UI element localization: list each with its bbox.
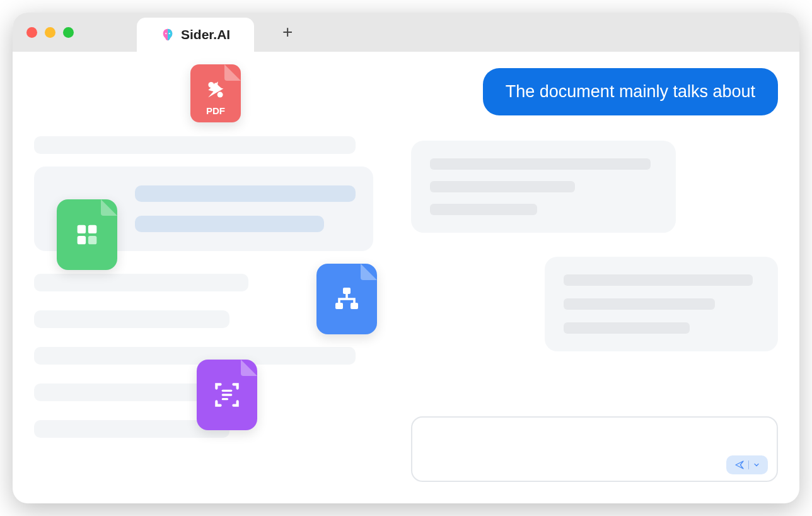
tab-title: Sider.AI [181,27,230,42]
skeleton-line [34,136,356,154]
svg-rect-5 [78,225,86,233]
user-message-bubble: The document mainly talks about [483,68,778,115]
svg-point-3 [218,92,223,98]
skeleton-line [135,185,356,202]
svg-rect-7 [78,236,86,244]
chat-input[interactable] [411,416,778,482]
svg-point-2 [208,82,214,88]
svg-rect-10 [335,303,343,309]
svg-rect-9 [343,288,351,294]
chat-pane: The document mainly talks about [411,68,778,482]
skeleton-line [430,158,651,170]
svg-rect-13 [222,394,233,396]
send-button[interactable] [726,455,768,474]
svg-rect-8 [88,236,96,244]
sider-logo-icon [161,28,175,42]
chevron-down-icon [753,461,760,469]
svg-rect-6 [88,225,96,233]
skeleton-line [34,310,229,328]
grid-file-icon [57,199,117,270]
tab-sider-ai[interactable]: Sider.AI [137,18,254,52]
pdf-file-icon: PDF [190,64,241,122]
skeleton-line [34,274,248,291]
scan-file-icon [197,360,257,430]
tab-strip: Sider.AI + [137,13,296,52]
org-chart-file-icon [316,264,377,334]
skeleton-line [564,298,715,310]
skeleton-line [430,181,575,192]
minimize-window-button[interactable] [45,27,55,38]
skeleton-line [430,204,537,215]
maximize-window-button[interactable] [63,27,74,38]
ai-response-bubble [545,257,778,351]
document-preview-pane: PDF [34,68,373,482]
send-icon [734,460,745,470]
new-tab-button[interactable]: + [279,24,296,40]
svg-rect-12 [222,390,233,392]
app-window: Sider.AI + PDF [13,13,799,503]
skeleton-line [34,347,356,365]
pdf-label: PDF [206,105,225,116]
plus-icon: + [282,22,293,42]
divider [748,460,749,469]
svg-point-0 [165,33,166,34]
skeleton-line [564,274,753,286]
skeleton-line [564,322,690,334]
svg-point-1 [169,33,170,34]
close-window-button[interactable] [26,27,37,38]
ai-response-bubble [411,141,676,233]
svg-rect-11 [351,303,358,309]
skeleton-block [34,136,373,154]
skeleton-line [135,216,324,232]
user-message-text: The document mainly talks about [506,82,755,101]
svg-rect-14 [222,398,228,400]
traffic-lights [26,27,74,38]
content-area: PDF [13,52,799,503]
titlebar: Sider.AI + [13,13,799,52]
